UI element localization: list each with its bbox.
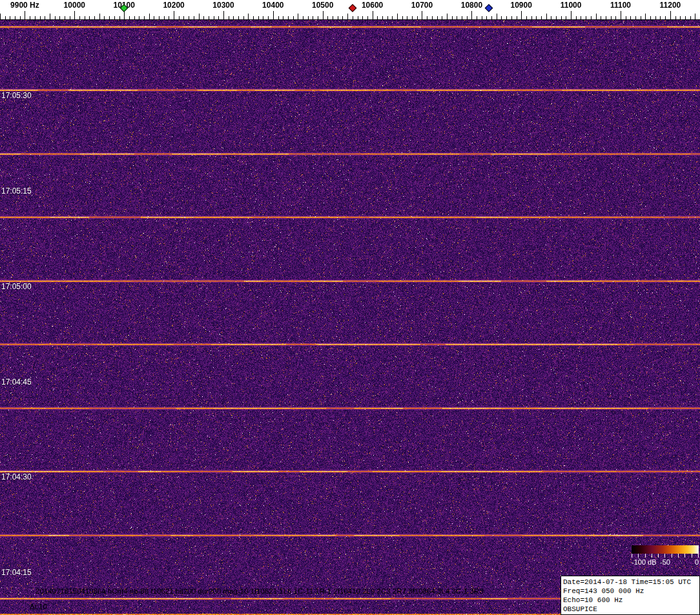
colormap-gradient-bar	[632, 545, 699, 554]
freq-tick-label: 11000	[561, 1, 582, 10]
freq-tick-label: 10700	[411, 1, 433, 10]
info-date-time: Date=2014-07-18 Time=15:05 UTC	[563, 578, 697, 587]
frequency-ruler[interactable]: 9900 Hz100001010010200103001040010500106…	[0, 0, 700, 20]
freq-tick-label: 10300	[212, 1, 234, 10]
legend-tick-marks	[632, 554, 699, 558]
info-station: OBSUPICE	[563, 605, 697, 614]
info-frequency: Freq=143 050 000 Hz	[563, 587, 697, 596]
freq-tick-label: 10500	[312, 1, 333, 10]
observation-info-box: Date=2014-07-18 Time=15:05 UTC Freq=143 …	[561, 576, 700, 615]
freq-tick-label: 10000	[64, 1, 85, 10]
freq-tick-label: 10200	[163, 1, 184, 10]
spectrogram-app: 9900 Hz100001010010200103001040010500106…	[0, 0, 700, 615]
db-color-legend: -100 dB -50 0	[632, 545, 699, 567]
legend-label-max: 0	[695, 558, 699, 566]
time-tick-label: 17:05:00	[1, 283, 32, 291]
freq-tick-label: 10400	[262, 1, 283, 10]
freq-tick-label: 10600	[362, 1, 383, 10]
freq-tick-label: 10900	[511, 1, 532, 10]
legend-label-mid: -50	[660, 558, 670, 566]
time-tick-label: 17:04:45	[1, 378, 32, 387]
time-tick-label: 17:04:15	[1, 569, 32, 577]
time-tick-label: 17:05:30	[1, 92, 32, 100]
freq-tick-label: 11100	[610, 1, 631, 10]
legend-labels: -100 dB -50 0	[632, 558, 699, 567]
time-tick-label: 17:04:30	[1, 473, 32, 481]
detection-text: 20140718150410864 hCnt4 nb-86 f10621 hit…	[36, 587, 484, 595]
freq-tick-label: 9900 Hz	[10, 1, 39, 10]
freq-tick-label: 10800	[461, 1, 482, 10]
info-echo: Echo=10 600 Hz	[563, 596, 697, 605]
freq-tick-label: 11200	[660, 1, 681, 10]
legend-label-min: -100 dB	[632, 558, 657, 566]
time-tick-label: 17:05:15	[1, 187, 32, 196]
spectrogram-canvas[interactable]	[0, 20, 700, 615]
delta-t-label: Δt:10	[30, 603, 47, 610]
